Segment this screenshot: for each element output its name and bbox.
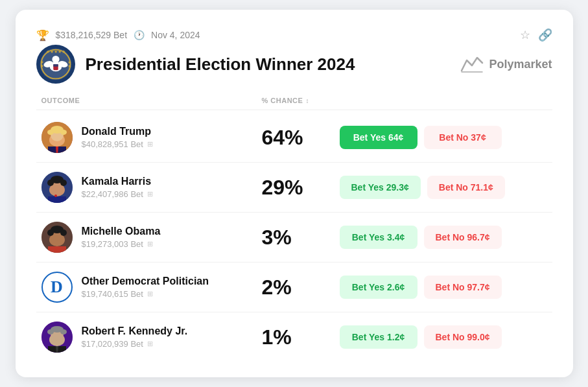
title-row: ★★★★★ ★★ ★★ Presidential Election Winner… <box>36 45 355 84</box>
avatar-trump <box>41 122 73 153</box>
col-chance-header: % CHANCE ↕ <box>262 97 340 104</box>
buttons-rfk: Bet Yes 1.2¢ Bet No 99.0¢ <box>340 325 547 349</box>
table-row: Michelle Obama $19,273,003 Bet ⊞ 3% Bet … <box>36 213 552 263</box>
bet-yes-trump[interactable]: Bet Yes 64¢ <box>340 126 417 149</box>
polymarket-logo: Polymarket <box>460 55 552 73</box>
outcome-cell-rfk: Robert F. Kennedy Jr. $17,020,939 Bet ⊞ <box>41 322 262 353</box>
candidate-bet-dem: $19,740,615 Bet ⊞ <box>82 289 209 299</box>
candidate-bet-obama: $19,273,003 Bet ⊞ <box>82 239 161 249</box>
chance-dem: 2% <box>262 276 340 299</box>
table-row: Robert F. Kennedy Jr. $17,020,939 Bet ⊞ … <box>36 312 552 362</box>
candidate-name-obama: Michelle Obama <box>82 226 161 237</box>
sort-icon[interactable]: ↕ <box>305 97 309 104</box>
svg-text:★★: ★★ <box>66 60 72 68</box>
bet-yes-obama[interactable]: Bet Yes 3.4¢ <box>340 226 417 249</box>
outcome-cell-obama: Michelle Obama $19,273,003 Bet ⊞ <box>41 222 262 253</box>
header-actions: ☆ 🔗 <box>520 28 552 42</box>
date-text: Nov 4, 2024 <box>151 30 200 40</box>
total-bet: $318,216,529 Bet <box>56 30 128 40</box>
bet-yes-harris[interactable]: Bet Yes 29.3¢ <box>340 176 421 199</box>
candidate-name-trump: Donald Trump <box>82 126 153 137</box>
table-row: Donald Trump $40,828,951 Bet ⊞ 64% Bet Y… <box>36 113 552 163</box>
trophy-icon: 🏆 <box>36 29 49 41</box>
bet-yes-dem[interactable]: Bet Yes 2.6¢ <box>340 276 417 299</box>
link-button[interactable]: 🔗 <box>538 28 552 42</box>
bet-no-trump[interactable]: Bet No 37¢ <box>424 126 502 149</box>
svg-point-25 <box>60 180 67 186</box>
outcome-info-obama: Michelle Obama $19,273,003 Bet ⊞ <box>82 226 161 249</box>
bet-icon-obama: ⊞ <box>147 240 153 248</box>
bet-yes-rfk[interactable]: Bet Yes 1.2¢ <box>340 325 417 349</box>
avatar-obama <box>41 222 73 253</box>
bet-icon-dem: ⊞ <box>147 290 153 298</box>
polymarket-label: Polymarket <box>489 58 552 71</box>
buttons-trump: Bet Yes 64¢ Bet No 37¢ <box>340 126 547 149</box>
table-row: Kamala Harris $22,407,986 Bet ⊞ 29% Bet … <box>36 163 552 213</box>
bet-icon-trump: ⊞ <box>147 140 153 148</box>
svg-point-17 <box>60 130 67 135</box>
seal-logo: ★★★★★ ★★ ★★ <box>36 45 75 84</box>
table-row: D Other Democrat Politician $19,740,615 … <box>36 263 552 312</box>
svg-point-32 <box>47 229 54 236</box>
outcome-info-harris: Kamala Harris $22,407,986 Bet ⊞ <box>82 176 153 199</box>
bet-no-obama[interactable]: Bet No 96.7¢ <box>424 226 502 249</box>
candidate-bet-harris: $22,407,986 Bet ⊞ <box>82 189 153 199</box>
candidate-name-harris: Kamala Harris <box>82 176 153 187</box>
svg-point-33 <box>60 229 67 236</box>
candidate-name-rfk: Robert F. Kennedy Jr. <box>82 325 188 337</box>
svg-point-27 <box>54 194 57 197</box>
candidate-bet-trump: $40,828,951 Bet ⊞ <box>82 139 153 149</box>
outcome-info-trump: Donald Trump $40,828,951 Bet ⊞ <box>82 126 153 149</box>
svg-point-39 <box>47 329 54 334</box>
chance-rfk: 1% <box>262 325 340 349</box>
buttons-obama: Bet Yes 3.4¢ Bet No 96.7¢ <box>340 226 547 249</box>
bet-no-rfk[interactable]: Bet No 99.0¢ <box>424 325 502 349</box>
bet-icon-harris: ⊞ <box>147 190 153 198</box>
svg-rect-8 <box>53 64 58 67</box>
bet-no-harris[interactable]: Bet No 71.1¢ <box>427 176 505 199</box>
chance-obama: 3% <box>262 226 340 250</box>
outcome-info-rfk: Robert F. Kennedy Jr. $17,020,939 Bet ⊞ <box>82 325 188 349</box>
chance-harris: 29% <box>262 176 340 200</box>
svg-point-16 <box>47 130 54 135</box>
avatar-harris <box>41 172 73 203</box>
outcome-cell-dem: D Other Democrat Politician $19,740,615 … <box>41 272 262 303</box>
clock-icon: 🕐 <box>134 30 145 40</box>
outcome-cell-trump: Donald Trump $40,828,951 Bet ⊞ <box>41 122 262 153</box>
outcome-cell-harris: Kamala Harris $22,407,986 Bet ⊞ <box>41 172 262 203</box>
svg-text:★★★★★: ★★★★★ <box>46 49 65 54</box>
candidate-name-dem: Other Democrat Politician <box>82 276 209 287</box>
bet-icon-rfk: ⊞ <box>147 340 153 348</box>
svg-text:★★: ★★ <box>39 60 45 68</box>
market-card: 🏆 $318,216,529 Bet 🕐 Nov 4, 2024 ☆ 🔗 <box>16 10 573 377</box>
header-main: ★★★★★ ★★ ★★ Presidential Election Winner… <box>36 45 552 84</box>
header-meta: 🏆 $318,216,529 Bet 🕐 Nov 4, 2024 <box>36 29 200 41</box>
page-title: Presidential Election Winner 2024 <box>86 54 355 75</box>
buttons-dem: Bet Yes 2.6¢ Bet No 97.7¢ <box>340 276 547 299</box>
avatar-dem: D <box>41 272 73 303</box>
candidate-bet-rfk: $17,020,939 Bet ⊞ <box>82 339 188 349</box>
avatar-rfk <box>41 322 73 353</box>
bet-no-dem[interactable]: Bet No 97.7¢ <box>424 276 502 299</box>
header-top: 🏆 $318,216,529 Bet 🕐 Nov 4, 2024 ☆ 🔗 <box>36 28 552 42</box>
svg-point-40 <box>60 329 67 334</box>
svg-rect-34 <box>48 246 66 253</box>
star-button[interactable]: ☆ <box>520 28 530 42</box>
svg-point-6 <box>52 56 59 63</box>
svg-point-24 <box>47 180 54 186</box>
table-header: OUTCOME % CHANCE ↕ <box>36 97 552 110</box>
col-outcome-header: OUTCOME <box>41 97 262 104</box>
polymarket-icon <box>460 55 484 73</box>
buttons-harris: Bet Yes 29.3¢ Bet No 71.1¢ <box>340 176 547 199</box>
svg-rect-26 <box>48 196 66 203</box>
chance-trump: 64% <box>262 126 340 150</box>
outcome-info-dem: Other Democrat Politician $19,740,615 Be… <box>82 276 209 299</box>
